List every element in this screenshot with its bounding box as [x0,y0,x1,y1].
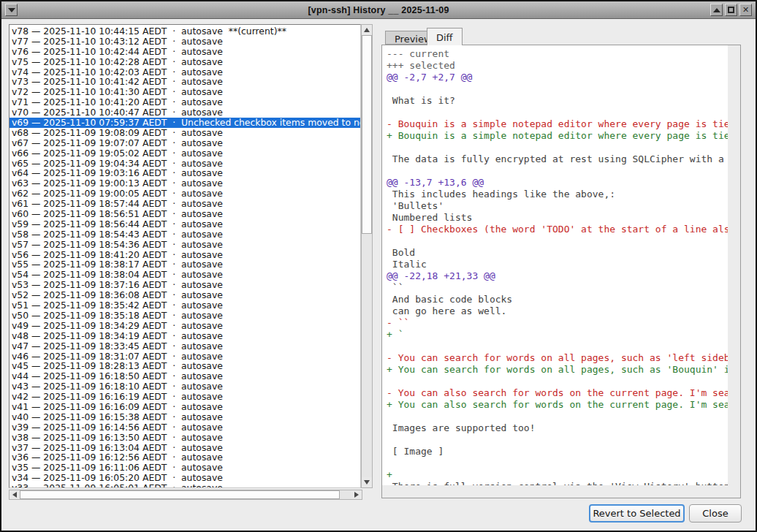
diff-line: - `` [387,317,728,329]
diff-line: The data is fully encrypted at rest usin… [387,153,728,165]
diff-text: --- current+++ selected@@ -2,7 +2,7 @@ W… [382,45,728,485]
list-item[interactable]: v35 — 2025-11-09 16:11:06 AEDT · autosav… [9,463,360,473]
scroll-left-button[interactable] [9,490,20,499]
version-list-horizontal-scrollbar[interactable] [9,490,362,500]
list-item[interactable]: v54 — 2025-11-09 18:38:04 AEDT · autosav… [9,270,360,280]
list-item[interactable]: v69 — 2025-11-10 07:59:37 AEDT · Uncheck… [9,118,360,128]
list-item[interactable]: v66 — 2025-11-09 19:05:02 AEDT · autosav… [9,148,360,159]
diff-line: `` [387,282,728,294]
list-item[interactable]: v33 — 2025-11-09 16:05:01 AEDT · autosav… [9,483,360,488]
list-item[interactable]: v39 — 2025-11-09 16:14:56 AEDT · autosav… [9,422,360,433]
maximize-button[interactable] [725,4,737,16]
list-item[interactable]: v52 — 2025-11-09 18:36:08 AEDT · autosav… [9,290,360,300]
version-list-vertical-scrollbar[interactable] [361,24,373,488]
scroll-right-button[interactable] [351,490,362,499]
diff-line: 'Bullets' [387,200,728,212]
list-item[interactable]: v64 — 2025-11-09 19:03:16 AEDT · autosav… [9,168,360,178]
list-item[interactable]: v74 — 2025-11-10 10:42:03 AEDT · autosav… [9,67,360,77]
arrow-down-icon [364,480,370,484]
diff-line: - You can search for words on all pages,… [387,352,728,364]
titlebar[interactable]: [vpn-ssh] History __ 2025-11-09 ✕ [1,1,756,19]
list-item[interactable]: v71 — 2025-11-10 10:41:20 AEDT · autosav… [9,97,360,107]
arrow-up-icon [364,28,370,32]
diff-line: - You can also search for words on the c… [387,387,728,399]
list-item[interactable]: v56 — 2025-11-09 18:41:20 AEDT · autosav… [9,250,360,260]
close-button[interactable]: Close [689,504,742,522]
diff-line: Italic [387,259,728,270]
diff-line: And basic code blocks [387,294,728,305]
list-item[interactable]: v76 — 2025-11-10 10:42:44 AEDT · autosav… [9,47,360,57]
diff-line [387,411,728,422]
list-item[interactable]: v73 — 2025-11-10 10:41:42 AEDT · autosav… [9,77,360,87]
diff-line: - [ ] Checkboxes (the word 'TODO' at the… [387,224,728,235]
diff-line [387,376,728,387]
diff-line [387,142,728,153]
scrollbar-thumb[interactable] [20,490,340,499]
list-item[interactable]: v38 — 2025-11-09 16:13:50 AEDT · autosav… [9,433,360,443]
list-item[interactable]: v49 — 2025-11-09 18:34:29 AEDT · autosav… [9,321,360,331]
diff-line [387,107,728,118]
diff-line: - Bouquin is a simple notepad editor whe… [387,118,728,130]
list-item[interactable]: v47 — 2025-11-09 18:33:45 AEDT · autosav… [9,341,360,352]
diff-line: Bold [387,247,728,259]
shade-window-icon [713,8,720,12]
list-item[interactable]: v59 — 2025-11-09 18:56:44 AEDT · autosav… [9,219,360,229]
list-item[interactable]: v65 — 2025-11-09 19:04:34 AEDT · autosav… [9,159,360,169]
diff-line: @@ -2,7 +2,7 @@ [387,72,728,83]
list-item[interactable]: v37 — 2025-11-09 16:13:04 AEDT · autosav… [9,443,360,453]
diff-line: + ` [387,329,728,341]
history-window: [vpn-ssh] History __ 2025-11-09 ✕ v78 — … [0,0,757,532]
window-title: [vpn-ssh] History __ 2025-11-09 [1,5,756,15]
list-item[interactable]: v43 — 2025-11-09 16:18:10 AEDT · autosav… [9,381,360,392]
list-item[interactable]: v55 — 2025-11-09 18:38:17 AEDT · autosav… [9,259,360,270]
list-item[interactable]: v67 — 2025-11-09 19:07:07 AEDT · autosav… [9,138,360,148]
diff-line: --- current [387,48,728,60]
diff-line: + You can search for words on all pages,… [387,364,728,376]
version-list[interactable]: v78 — 2025-11-10 10:44:15 AEDT · autosav… [9,24,361,488]
diff-line: can go here as well. [387,305,728,317]
list-item[interactable]: v60 — 2025-11-09 18:56:51 AEDT · autosav… [9,209,360,219]
scroll-up-button[interactable] [362,25,372,35]
scrollbar-thumb[interactable] [362,35,372,234]
list-item[interactable]: v44 — 2025-11-09 16:18:50 AEDT · autosav… [9,371,360,381]
shade-window-button[interactable] [710,4,723,16]
list-item[interactable]: v72 — 2025-11-10 10:41:30 AEDT · autosav… [9,87,360,97]
list-item[interactable]: v70 — 2025-11-10 10:40:47 AEDT · autosav… [9,107,360,118]
list-item[interactable]: v62 — 2025-11-09 19:00:05 AEDT · autosav… [9,189,360,199]
diff-line: + You can also search for words on the c… [387,399,728,411]
diff-line: @@ -22,18 +21,33 @@ [387,270,728,282]
list-item[interactable]: v53 — 2025-11-09 18:37:16 AEDT · autosav… [9,280,360,290]
list-item[interactable]: v51 — 2025-11-09 18:35:42 AEDT · autosav… [9,300,360,311]
list-item[interactable]: v42 — 2025-11-09 16:16:19 AEDT · autosav… [9,392,360,402]
diff-line: There is full version control via the 'V… [387,481,728,485]
diff-line: Images are supported too! [387,422,728,434]
list-item[interactable]: v48 — 2025-11-09 18:34:19 AEDT · autosav… [9,331,360,341]
diff-line: +++ selected [387,60,728,72]
list-item[interactable]: v46 — 2025-11-09 18:31:07 AEDT · autosav… [9,352,360,362]
diff-line [387,165,728,177]
list-item[interactable]: v77 — 2025-11-10 10:43:12 AEDT · autosav… [9,37,360,47]
list-item[interactable]: v41 — 2025-11-09 16:16:09 AEDT · autosav… [9,402,360,412]
maximize-icon [728,7,734,13]
diff-line [387,83,728,95]
list-item[interactable]: v68 — 2025-11-09 19:08:09 AEDT · autosav… [9,128,360,138]
list-item[interactable]: v57 — 2025-11-09 18:54:36 AEDT · autosav… [9,240,360,250]
list-item[interactable]: v50 — 2025-11-09 18:35:18 AEDT · autosav… [9,311,360,321]
scroll-down-button[interactable] [362,477,372,487]
list-item[interactable]: v63 — 2025-11-09 19:00:13 AEDT · autosav… [9,178,360,189]
list-item[interactable]: v58 — 2025-11-09 18:54:43 AEDT · autosav… [9,229,360,240]
arrow-right-icon [354,492,359,498]
revert-to-selected-button[interactable]: Revert to Selected [589,504,685,522]
list-item[interactable]: v34 — 2025-11-09 16:05:20 AEDT · autosav… [9,473,360,483]
arrow-left-icon [12,492,17,498]
list-item[interactable]: v75 — 2025-11-10 10:42:28 AEDT · autosav… [9,57,360,67]
list-item[interactable]: v40 — 2025-11-09 16:15:38 AEDT · autosav… [9,412,360,422]
list-item[interactable]: v36 — 2025-11-09 16:12:56 AEDT · autosav… [9,452,360,463]
diff-line: This includes headings like the above,: [387,189,728,200]
tab-diff[interactable]: Diff [427,28,463,45]
list-item[interactable]: v78 — 2025-11-10 10:44:15 AEDT · autosav… [9,26,360,37]
list-item[interactable]: v61 — 2025-11-09 18:57:44 AEDT · autosav… [9,199,360,209]
list-item[interactable]: v45 — 2025-11-09 18:28:13 AEDT · autosav… [9,361,360,371]
close-window-button[interactable]: ✕ [739,4,752,16]
diff-line: What is it? [387,95,728,107]
